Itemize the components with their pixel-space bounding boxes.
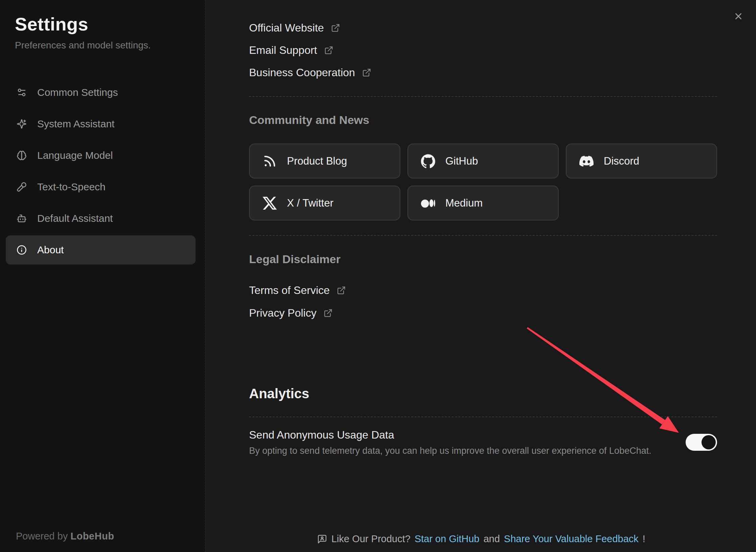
sidebar-item-label: About: [37, 244, 64, 256]
sidebar-item-label: Text-to-Speech: [37, 181, 106, 193]
medium-icon: [421, 196, 435, 210]
page-subtitle: Preferences and model settings.: [15, 40, 196, 51]
bot-icon: [17, 213, 27, 224]
about-settings-panel: Contact Us Official Website Email Suppor…: [206, 0, 756, 552]
button-label: Discord: [604, 155, 639, 167]
sidebar-item-system-assistant[interactable]: System Assistant: [6, 109, 196, 139]
telemetry-description: By opting to send telemetry data, you ca…: [249, 444, 651, 458]
info-icon: [17, 245, 27, 255]
close-icon[interactable]: [733, 11, 743, 21]
discord-button[interactable]: Discord: [566, 144, 717, 178]
sidebar-item-label: Common Settings: [37, 87, 118, 98]
section-divider: [249, 96, 717, 97]
powered-by[interactable]: Powered by LobeHub: [16, 531, 114, 542]
feedback-bubble-icon: [317, 534, 327, 544]
legal-section-title: Legal Disclaimer: [249, 251, 717, 267]
github-icon: [421, 154, 435, 168]
page-title: Settings: [15, 14, 196, 35]
sidebar-item-text-to-speech[interactable]: Text-to-Speech: [6, 172, 196, 201]
contact-section-title: Contact Us: [249, 0, 717, 1]
share-feedback-link[interactable]: Share Your Valuable Feedback: [504, 533, 639, 545]
footer-middle: and: [484, 533, 500, 545]
legal-links: Terms of Service Privacy Policy: [249, 282, 717, 321]
link-label: Terms of Service: [249, 282, 330, 298]
button-label: GitHub: [445, 155, 478, 167]
button-label: X / Twitter: [287, 197, 333, 209]
terms-of-service-link[interactable]: Terms of Service: [249, 282, 346, 298]
rss-icon: [263, 154, 277, 168]
section-divider: [249, 235, 717, 236]
product-blog-button[interactable]: Product Blog: [249, 144, 400, 178]
telemetry-setting-row: Send Anonymous Usage Data By opting to s…: [249, 427, 717, 458]
contact-links: Official Website Email Support Business …: [249, 20, 717, 80]
toggle-knob: [702, 435, 716, 449]
link-label: Email Support: [249, 42, 317, 58]
sidebar-item-default-assistant[interactable]: Default Assistant: [6, 204, 196, 233]
mic-icon: [17, 182, 27, 192]
community-section-title: Community and News: [249, 112, 717, 128]
sidebar-item-common-settings[interactable]: Common Settings: [6, 78, 196, 107]
discord-icon: [579, 154, 594, 168]
star-on-github-link[interactable]: Star on GitHub: [415, 533, 480, 545]
section-divider: [249, 417, 717, 417]
sidebar-item-label: Default Assistant: [37, 213, 113, 224]
github-button[interactable]: GitHub: [407, 144, 559, 178]
settings-sidebar: Settings Preferences and model settings.…: [0, 0, 206, 552]
grid-spacer: [566, 186, 717, 220]
telemetry-toggle[interactable]: [686, 434, 717, 451]
lobehub-brand: LobeHub: [70, 531, 114, 542]
external-link-icon: [362, 68, 371, 77]
external-link-icon: [324, 46, 333, 55]
email-support-link[interactable]: Email Support: [249, 42, 333, 58]
official-website-link[interactable]: Official Website: [249, 20, 340, 36]
sidebar-item-language-model[interactable]: Language Model: [6, 141, 196, 170]
privacy-policy-link[interactable]: Privacy Policy: [249, 305, 333, 321]
brain-icon: [17, 150, 27, 161]
external-link-icon: [337, 286, 346, 295]
telemetry-texts: Send Anonymous Usage Data By opting to s…: [249, 427, 651, 458]
button-label: Medium: [445, 197, 483, 209]
external-link-icon: [324, 309, 333, 318]
x-twitter-button[interactable]: X / Twitter: [249, 186, 400, 220]
analytics-section-title: Analytics: [249, 385, 717, 402]
sidebar-item-label: System Assistant: [37, 118, 114, 130]
link-label: Official Website: [249, 20, 324, 36]
sidebar-item-about[interactable]: About: [6, 235, 196, 264]
powered-by-text: Powered by: [16, 531, 68, 542]
medium-button[interactable]: Medium: [407, 186, 559, 220]
sliders-icon: [17, 87, 27, 98]
x-icon: [263, 196, 277, 210]
footer-prefix: Like Our Product?: [331, 533, 410, 545]
telemetry-label: Send Anonymous Usage Data: [249, 427, 651, 443]
settings-nav: Common Settings System Assistant Languag…: [6, 78, 196, 264]
sidebar-item-label: Language Model: [37, 150, 113, 161]
link-label: Business Cooperation: [249, 65, 355, 80]
footer-suffix: !: [643, 533, 645, 545]
button-label: Product Blog: [287, 155, 347, 167]
sparkles-icon: [17, 119, 27, 129]
feedback-footer: Like Our Product? Star on GitHub and Sha…: [206, 533, 756, 545]
business-cooperation-link[interactable]: Business Cooperation: [249, 65, 371, 80]
community-buttons: Product Blog GitHub Discord X / Twitter …: [249, 144, 717, 220]
external-link-icon: [331, 23, 340, 33]
link-label: Privacy Policy: [249, 305, 316, 321]
